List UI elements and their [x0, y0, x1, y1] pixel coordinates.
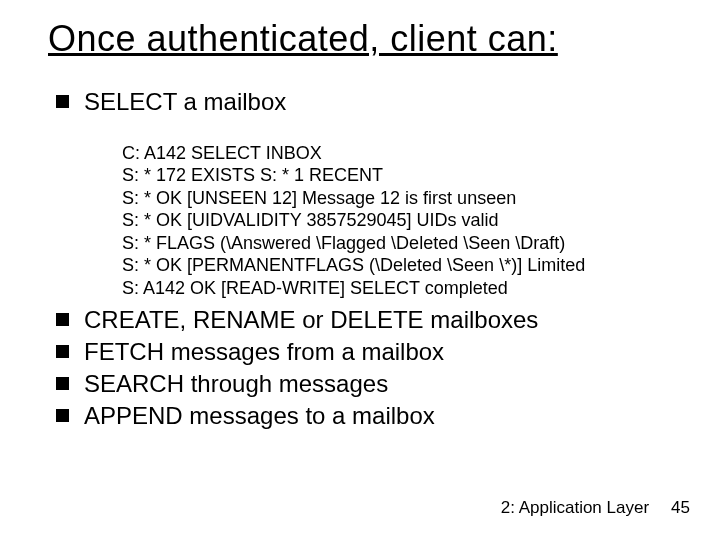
bullet-text: FETCH messages from a mailbox — [84, 338, 444, 365]
code-line: S: * OK [UNSEEN 12] Message 12 is first … — [122, 188, 516, 208]
code-line: S: * 172 EXISTS S: * 1 RECENT — [122, 165, 383, 185]
list-item: SELECT a mailbox C: A142 SELECT INBOX S:… — [54, 87, 680, 299]
page-title: Once authenticated, client can: — [48, 18, 680, 59]
code-line: S: * OK [PERMANENTFLAGS (\Deleted \Seen … — [122, 255, 585, 275]
footer-chapter: 2: Application Layer — [501, 498, 649, 518]
code-line: S: * OK [UIDVALIDITY 3857529045] UIDs va… — [122, 210, 499, 230]
bullet-text: APPEND messages to a mailbox — [84, 402, 435, 429]
bullet-text: SEARCH through messages — [84, 370, 388, 397]
list-item: CREATE, RENAME or DELETE mailboxes — [54, 305, 680, 335]
slide: Once authenticated, client can: SELECT a… — [0, 0, 720, 540]
code-line: C: A142 SELECT INBOX — [122, 143, 322, 163]
footer-page-number: 45 — [671, 498, 690, 518]
imap-transcript: C: A142 SELECT INBOX S: * 172 EXISTS S: … — [122, 119, 680, 299]
footer: 2: Application Layer 45 — [501, 498, 690, 518]
bullet-list: SELECT a mailbox C: A142 SELECT INBOX S:… — [54, 87, 680, 431]
code-line: S: * FLAGS (\Answered \Flagged \Deleted … — [122, 233, 565, 253]
list-item: FETCH messages from a mailbox — [54, 337, 680, 367]
code-line: S: A142 OK [READ-WRITE] SELECT completed — [122, 278, 508, 298]
list-item: SEARCH through messages — [54, 369, 680, 399]
bullet-text: CREATE, RENAME or DELETE mailboxes — [84, 306, 538, 333]
list-item: APPEND messages to a mailbox — [54, 401, 680, 431]
bullet-text: SELECT a mailbox — [84, 88, 286, 115]
